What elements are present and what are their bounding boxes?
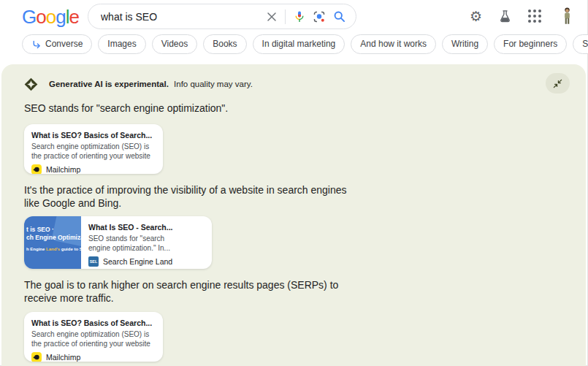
banner-bold-text: Generative AI is experimental. — [49, 80, 169, 88]
chip-label: In digital marketing — [262, 39, 336, 49]
chip-for-beginners[interactable]: For beginners — [494, 34, 567, 54]
mailchimp-favicon — [31, 164, 42, 174]
generative-ai-panel: Generative AI is experimental. Info qual… — [1, 64, 586, 366]
search-engine-land-favicon: SEL — [88, 256, 99, 267]
chip-writing[interactable]: Writing — [442, 34, 488, 54]
card-description: SEO stands for "search engine optimizati… — [88, 235, 185, 253]
search-bar[interactable] — [88, 4, 356, 29]
clear-icon[interactable] — [267, 12, 277, 22]
sge-spark-icon — [24, 77, 38, 91]
mailchimp-favicon — [31, 352, 42, 362]
converse-arrow-icon — [31, 39, 41, 49]
card-title: What is SEO? Basics of Search... — [31, 131, 156, 140]
logo-letter: g — [56, 6, 65, 28]
thumb-text-highlight: Land's — [46, 247, 60, 251]
header: Google — [0, 0, 588, 32]
chip-books[interactable]: Books — [203, 34, 246, 54]
banner-secondary-text: Info quality may vary. — [174, 80, 253, 88]
lens-icon[interactable] — [313, 11, 325, 23]
ai-answer-paragraph: The goal is to rank higher on search eng… — [24, 278, 362, 305]
search-input[interactable] — [88, 11, 267, 23]
chip-label: Services — [582, 39, 588, 49]
chip-label: And how it works — [360, 39, 427, 49]
ai-answer-paragraph: It's the practice of improving the visib… — [24, 183, 362, 210]
settings-gear-icon[interactable]: ⚙ — [470, 9, 482, 23]
search-bar-divider — [285, 9, 286, 24]
card-title: What Is SEO - Search... — [88, 223, 185, 232]
ai-answer-paragraph: SEO stands for "search engine optimizati… — [24, 102, 362, 115]
logo-letter: o — [36, 6, 45, 28]
chip-label: Books — [213, 39, 237, 49]
source-card-mailchimp[interactable]: What is SEO? Basics of Search... Search … — [24, 124, 163, 174]
apps-grid-icon[interactable] — [528, 9, 541, 23]
ai-experimental-banner: Generative AI is experimental. Info qual… — [24, 74, 586, 94]
thumb-text: t is SEO · — [26, 226, 81, 234]
search-filter-chips: Converse Images Videos Books In digital … — [0, 32, 588, 56]
chip-label: Converse — [45, 39, 83, 49]
logo-letter: G — [22, 6, 36, 28]
logo-letter: o — [46, 6, 56, 28]
labs-flask-icon[interactable] — [498, 9, 512, 23]
card-source-name: Mailchimp — [46, 353, 80, 362]
chip-and-how-it-works[interactable]: And how it works — [351, 34, 436, 54]
chip-label: For beginners — [503, 39, 557, 49]
source-card-mailchimp[interactable]: What is SEO? Basics of Search... Search … — [24, 312, 163, 362]
card-description: Search engine optimization (SEO) is the … — [31, 142, 156, 161]
google-logo[interactable]: Google — [22, 6, 79, 28]
profile-avatar[interactable] — [557, 6, 576, 26]
thumb-text-part: guide to SE — [60, 247, 81, 251]
thumb-text: ch Engine Optimizati — [26, 234, 81, 242]
card-source-name: Mailchimp — [46, 165, 80, 174]
card-title: What is SEO? Basics of Search... — [31, 319, 156, 327]
banner-text: Generative AI is experimental. Info qual… — [49, 80, 253, 88]
voice-search-icon[interactable] — [294, 11, 305, 23]
chip-services[interactable]: Services — [573, 34, 588, 54]
card-description: Search engine optimization (SEO) is the … — [31, 330, 156, 348]
collapse-arrows-icon — [553, 79, 562, 88]
chip-label: Images — [107, 39, 136, 49]
chip-label: Videos — [161, 39, 188, 49]
collapse-ai-button[interactable] — [546, 73, 570, 94]
source-card-search-engine-land[interactable]: t is SEO · ch Engine Optimizati h Engine… — [24, 216, 212, 269]
search-icon[interactable] — [333, 10, 345, 23]
thumb-text: h Engine Land's guide to SE — [26, 247, 81, 251]
card-source-name: Search Engine Land — [103, 257, 172, 266]
card-thumbnail-image: t is SEO · ch Engine Optimizati h Engine… — [24, 216, 81, 269]
chip-images[interactable]: Images — [98, 34, 145, 54]
thumb-text-part: h Engine — [26, 247, 46, 251]
logo-letter: e — [69, 6, 78, 28]
chip-converse[interactable]: Converse — [22, 34, 92, 54]
chip-label: Writing — [451, 39, 478, 49]
chip-in-digital-marketing[interactable]: In digital marketing — [253, 34, 345, 54]
chip-videos[interactable]: Videos — [152, 34, 197, 54]
